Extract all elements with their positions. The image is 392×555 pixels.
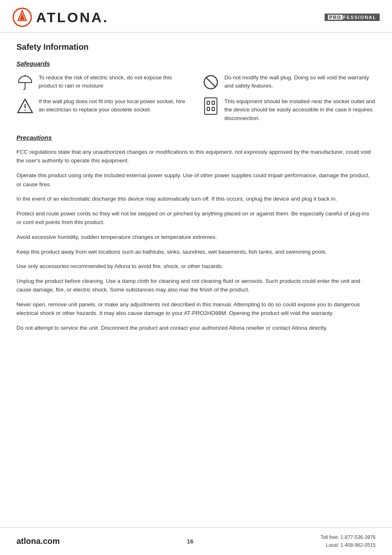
svg-rect-12 bbox=[212, 101, 214, 104]
precaution-3: In the event of an electrostatic dischar… bbox=[16, 194, 376, 204]
safeguard-item-1: To reduce the risk of electric shock, do… bbox=[16, 74, 190, 91]
precaution-4: Protect and route power cords so they wi… bbox=[16, 209, 376, 227]
precautions-list: FCC regulations state that any unauthori… bbox=[16, 148, 376, 333]
footer-toll-free: Toll free: 1-877-536-3976 bbox=[321, 534, 376, 541]
pro-highlight: PRO bbox=[328, 15, 343, 20]
safeguard-item-4: This equipment should be installed near … bbox=[202, 97, 376, 123]
precaution-7: Use only accessories recommended by Atlo… bbox=[16, 262, 376, 271]
safeguard-text-4: This equipment should be installed near … bbox=[224, 97, 376, 123]
toll-free-number: 1-877-536-3976 bbox=[341, 534, 376, 540]
local-label: Local: bbox=[326, 542, 339, 548]
footer-local: Local: 1-408-962-0515 bbox=[321, 541, 376, 549]
precaution-9: Never open, remove unit panels, or make … bbox=[16, 300, 376, 318]
page-title: Safety Information bbox=[16, 42, 376, 52]
footer-page-number: 16 bbox=[187, 538, 194, 545]
local-number: 1-408-962-0515 bbox=[341, 542, 376, 548]
safeguard-item-2: Do not modify the wall plug. Doing so wi… bbox=[202, 74, 376, 91]
toll-free-label: Toll free: bbox=[321, 534, 339, 540]
safeguard-text-3: If the wall plug does not fit into your … bbox=[39, 97, 190, 114]
main-content: Safety Information Safeguards To reduce … bbox=[0, 32, 392, 371]
warning-triangle-icon bbox=[16, 97, 34, 115]
safeguard-item-3: If the wall plug does not fit into your … bbox=[16, 97, 190, 123]
svg-rect-11 bbox=[207, 101, 210, 104]
svg-rect-10 bbox=[205, 98, 217, 114]
svg-point-9 bbox=[25, 110, 26, 111]
atlona-logo-icon bbox=[12, 7, 32, 27]
precaution-6: Keep this product away from wet location… bbox=[16, 247, 376, 257]
professional-badge: PROFESSIONAL bbox=[325, 14, 380, 21]
umbrella-icon bbox=[16, 74, 34, 91]
precautions-heading: Precautions bbox=[16, 134, 376, 141]
svg-line-6 bbox=[206, 77, 216, 87]
footer-contact: Toll free: 1-877-536-3976 Local: 1-408-9… bbox=[321, 534, 376, 549]
safeguard-text-2: Do not modify the wall plug. Doing so wi… bbox=[224, 74, 376, 90]
precaution-1: FCC regulations state that any unauthori… bbox=[16, 148, 376, 165]
precaution-2: Operate this product using only the incl… bbox=[16, 171, 376, 189]
precaution-5: Avoid excessive humidity, sudden tempera… bbox=[16, 233, 376, 242]
footer-website: atlona.com bbox=[16, 536, 60, 546]
svg-rect-13 bbox=[207, 107, 210, 111]
logo-text: ATLONA. bbox=[36, 9, 109, 25]
precaution-8: Unplug the product before cleaning. Use … bbox=[16, 277, 376, 294]
precaution-10: Do not attempt to service the unit. Disc… bbox=[16, 324, 376, 333]
no-modify-icon bbox=[202, 74, 219, 91]
safeguards-heading: Safeguards bbox=[16, 60, 376, 67]
safeguard-text-1: To reduce the risk of electric shock, do… bbox=[39, 74, 190, 90]
power-outlet-icon bbox=[202, 97, 219, 115]
svg-rect-14 bbox=[212, 107, 214, 111]
page-header: ATLONA. PROFESSIONAL bbox=[0, 0, 392, 32]
logo-container: ATLONA. bbox=[12, 7, 109, 27]
page-footer: atlona.com 16 Toll free: 1-877-536-3976 … bbox=[0, 527, 392, 555]
safeguards-grid: To reduce the risk of electric shock, do… bbox=[16, 74, 376, 123]
